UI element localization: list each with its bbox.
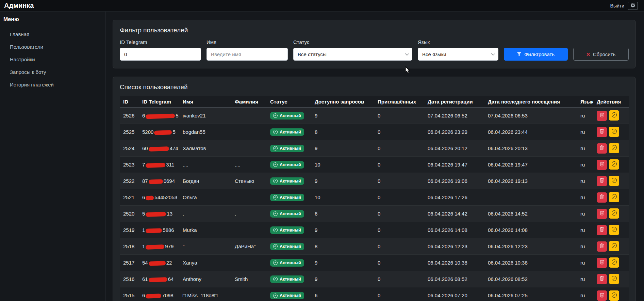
delete-user-button[interactable] xyxy=(597,209,607,219)
check-icon: ✓ xyxy=(273,113,278,118)
check-icon: ✓ xyxy=(273,277,278,281)
cell-registered: 06.04.2026 07:20 xyxy=(424,287,484,301)
id-telegram-input[interactable] xyxy=(120,48,201,61)
cell-registered: 06.04.2026 23:29 xyxy=(424,124,484,140)
filter-row: ID Telegram Имя Статус Все статусы Язык xyxy=(120,39,629,61)
cell-registered: 07.04.2026 06:52 xyxy=(424,108,484,124)
cell-status: ✓Активный xyxy=(267,271,311,287)
block-user-button[interactable] xyxy=(609,159,619,170)
block-user-button[interactable] xyxy=(609,192,619,202)
cell-lang: ru xyxy=(577,173,593,189)
delete-user-button[interactable] xyxy=(597,143,607,154)
cell-name: Ольга xyxy=(179,189,231,206)
block-icon xyxy=(612,210,617,217)
cell-id-telegram: 5422 xyxy=(139,255,179,271)
cell-name: " xyxy=(179,238,231,255)
block-user-button[interactable] xyxy=(609,274,619,284)
table-row: 25237311........✓Активный10006.04.2026 1… xyxy=(120,157,629,173)
filter-card: Фильтр пользователей ID Telegram Имя Ста… xyxy=(113,20,636,68)
check-icon: ✓ xyxy=(273,294,278,298)
cell-lang: ru xyxy=(577,108,593,124)
funnel-icon xyxy=(517,51,522,57)
block-user-button[interactable] xyxy=(609,127,619,137)
cell-lang: ru xyxy=(577,206,593,222)
cell-invited: 0 xyxy=(374,238,424,255)
block-user-button[interactable] xyxy=(609,208,619,219)
cell-id-telegram: 870694 xyxy=(139,173,179,189)
name-input[interactable] xyxy=(207,48,288,61)
cell-surname xyxy=(231,140,267,157)
users-table: IDID TelegramИмяФамилияСтатусДоступно за… xyxy=(120,96,629,301)
reset-button[interactable]: × Сбросить xyxy=(573,48,629,61)
delete-user-button[interactable] xyxy=(597,192,607,203)
sidebar-item-главная[interactable]: Главная xyxy=(0,28,105,41)
cell-invited: 0 xyxy=(374,108,424,124)
sidebar-item-история-платежей[interactable]: История платежей xyxy=(0,78,105,91)
status-badge-label: Активный xyxy=(280,162,301,167)
cell-name: . xyxy=(179,206,231,222)
trash-icon xyxy=(599,113,604,118)
cell-id: 2515 xyxy=(120,287,139,301)
block-user-button[interactable] xyxy=(609,176,619,186)
trash-icon xyxy=(599,194,604,200)
cell-name: Богдан xyxy=(179,173,231,189)
delete-user-button[interactable] xyxy=(597,241,607,252)
cell-registered: 06.04.2026 17:26 xyxy=(424,189,484,206)
gear-icon xyxy=(631,3,635,9)
logout-link[interactable]: Выйти xyxy=(610,3,624,9)
block-icon xyxy=(612,129,617,135)
check-icon: ✓ xyxy=(273,260,278,265)
block-user-button[interactable] xyxy=(609,290,619,301)
delete-user-button[interactable] xyxy=(597,160,607,170)
cell-id: 2526 xyxy=(120,108,139,124)
cell-invited: 0 xyxy=(374,173,424,189)
settings-button[interactable] xyxy=(628,2,638,10)
delete-user-button[interactable] xyxy=(597,111,607,121)
chevron-down-icon xyxy=(405,52,409,56)
menu-header: Меню xyxy=(0,16,105,22)
block-icon xyxy=(612,112,617,118)
block-user-button[interactable] xyxy=(609,143,619,153)
delete-user-button[interactable] xyxy=(597,176,607,186)
cell-id: 2525 xyxy=(120,124,139,140)
delete-user-button[interactable] xyxy=(597,258,607,268)
cell-lang: ru xyxy=(577,189,593,206)
sidebar-item-запросы-к-боту[interactable]: Запросы к боту xyxy=(0,66,105,78)
block-icon xyxy=(612,292,617,299)
cell-status: ✓Активный xyxy=(267,222,311,238)
check-icon: ✓ xyxy=(273,130,278,134)
delete-user-button[interactable] xyxy=(597,127,607,137)
sidebar-item-настройки[interactable]: Настройки xyxy=(0,53,105,66)
cell-status: ✓Активный xyxy=(267,173,311,189)
cell-requests: 6 xyxy=(311,287,374,301)
block-icon xyxy=(612,161,617,168)
block-user-button[interactable] xyxy=(609,257,619,268)
status-select[interactable]: Все статусы xyxy=(293,48,412,61)
status-badge: ✓Активный xyxy=(270,243,304,250)
cell-last-visit: 06.04.2026 14:52 xyxy=(484,206,577,222)
cell-requests: 9 xyxy=(311,222,374,238)
block-user-button[interactable] xyxy=(609,241,619,251)
status-field: Статус Все статусы xyxy=(293,39,412,61)
filter-button[interactable]: Фильтровать xyxy=(504,48,568,61)
block-user-button[interactable] xyxy=(609,225,619,235)
delete-user-button[interactable] xyxy=(597,225,607,235)
cell-surname xyxy=(231,124,267,140)
cell-requests: 6 xyxy=(311,206,374,222)
status-badge: ✓Активный xyxy=(270,275,304,283)
block-user-button[interactable] xyxy=(609,110,619,121)
delete-user-button[interactable] xyxy=(597,274,607,284)
cell-invited: 0 xyxy=(374,157,424,173)
filter-button-label: Фильтровать xyxy=(524,51,555,57)
cell-registered: 06.04.2026 08:52 xyxy=(424,271,484,287)
status-badge-label: Активный xyxy=(280,277,301,282)
lang-select[interactable]: Все языки xyxy=(418,48,498,61)
cell-invited: 0 xyxy=(374,206,424,222)
redaction-mark xyxy=(148,179,163,184)
redaction-mark xyxy=(148,277,167,282)
cell-lang: ru xyxy=(577,287,593,301)
cell-status: ✓Активный xyxy=(267,255,311,271)
sidebar-item-пользователи[interactable]: Пользователи xyxy=(0,41,105,53)
status-badge-label: Активный xyxy=(280,130,301,134)
delete-user-button[interactable] xyxy=(597,290,607,301)
